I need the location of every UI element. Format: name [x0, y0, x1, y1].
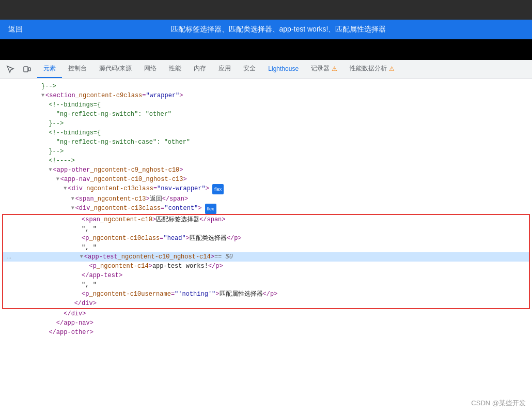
- code-line: }-->: [0, 147, 532, 156]
- code-line: }-->: [0, 119, 532, 128]
- devtools-tabs: 元素 控制台 源代码/来源 网络 性能 内存 应用 安全 Lighthouse …: [0, 60, 532, 79]
- recorder-warning-icon: ⚠: [332, 65, 337, 72]
- devtools-content: }--> ▼ <section _ngcontent-c9 class="wra…: [0, 79, 532, 412]
- tab-elements[interactable]: 元素: [37, 60, 62, 78]
- code-line[interactable]: <p _ngcontent-c14 > app-test works! </p>: [3, 262, 529, 271]
- code-line[interactable]: <p _ngcontent-c10 class="head" > 匹配类选择器 …: [3, 234, 529, 243]
- code-line: ", ": [3, 243, 529, 252]
- code-line[interactable]: ▼ <app-nav _ngcontent-c10 _nghost-c13 >: [0, 175, 532, 184]
- code-line: ", ": [3, 224, 529, 234]
- tab-application[interactable]: 应用: [212, 60, 237, 78]
- tab-network[interactable]: 网络: [138, 60, 163, 78]
- svg-rect-0: [24, 67, 28, 72]
- tab-performance[interactable]: 性能: [163, 60, 187, 78]
- code-line[interactable]: ▼ <span _ngcontent-c13 > 返回 </span>: [0, 194, 532, 204]
- address-bar-area: [0, 39, 532, 60]
- highlight-section: <span _ngcontent-c10 > 匹配标签选择器 </span> "…: [2, 214, 530, 309]
- code-line[interactable]: </div>: [0, 309, 532, 318]
- browser-top-bar: [0, 0, 532, 20]
- code-line[interactable]: </app-other>: [0, 328, 532, 337]
- code-line[interactable]: ▼ <div _ngcontent-c13 class="content" > …: [0, 204, 532, 214]
- tab-recorder[interactable]: 记录器 ⚠: [305, 60, 343, 78]
- device-icon[interactable]: [21, 63, 33, 75]
- tab-console[interactable]: 控制台: [62, 60, 93, 78]
- back-link[interactable]: 返回: [8, 25, 23, 34]
- watermark: CSDN @某些开发: [471, 399, 526, 408]
- tab-icons: [0, 60, 37, 78]
- code-line: <!--bindings={: [0, 128, 532, 138]
- code-area: }--> ▼ <section _ngcontent-c9 class="wra…: [0, 79, 532, 340]
- inspect-icon[interactable]: [4, 63, 17, 75]
- tab-perf-insights[interactable]: 性能数据分析 ⚠: [343, 60, 401, 78]
- code-line: ", ": [3, 280, 529, 289]
- tab-security[interactable]: 安全: [237, 60, 262, 78]
- notification-title: 匹配标签选择器、匹配类选择器、app-test works!、匹配属性选择器: [33, 25, 524, 34]
- flex-badge: flex: [212, 184, 224, 194]
- code-line[interactable]: </div>: [3, 299, 529, 308]
- code-line[interactable]: </app-test>: [3, 271, 529, 280]
- notification-bar: 返回 匹配标签选择器、匹配类选择器、app-test works!、匹配属性选择…: [0, 20, 532, 39]
- code-line[interactable]: ▼ <section _ngcontent-c9 class="wrapper"…: [0, 91, 532, 100]
- code-line: "ng-reflect-ng-switch": "other": [0, 110, 532, 119]
- code-line: <!---->: [0, 156, 532, 165]
- code-line[interactable]: <p _ngcontent-c10 username="'nothing'" >…: [3, 289, 529, 299]
- code-line[interactable]: ▼ <div _ngcontent-c13 class="nav-wrapper…: [0, 184, 532, 194]
- svg-rect-1: [28, 68, 30, 71]
- tab-lighthouse[interactable]: Lighthouse: [262, 60, 305, 78]
- flex-badge-2: flex: [205, 204, 216, 214]
- tab-memory[interactable]: 内存: [187, 60, 212, 78]
- tab-sources[interactable]: 源代码/来源: [93, 60, 138, 78]
- code-line: "ng-reflect-ng-switch-case": "other": [0, 138, 532, 147]
- code-line[interactable]: ▼ <app-other _ngcontent-c9 _nghost-c10 >: [0, 165, 532, 175]
- selected-code-line[interactable]: … ▼ <app-test _ngcontent-c10 _nghost-c14…: [3, 252, 529, 262]
- code-line: }-->: [0, 82, 532, 91]
- code-line[interactable]: </app-nav>: [0, 318, 532, 328]
- perf-warning-icon: ⚠: [389, 65, 395, 72]
- code-line: <!--bindings={: [0, 100, 532, 110]
- code-line[interactable]: <span _ngcontent-c10 > 匹配标签选择器 </span>: [3, 215, 529, 224]
